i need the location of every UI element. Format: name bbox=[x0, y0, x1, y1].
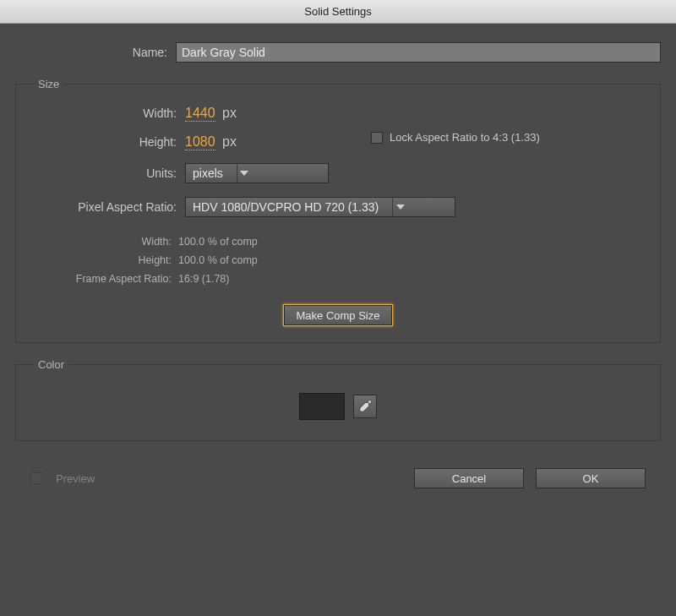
name-row: Name: bbox=[15, 42, 661, 63]
size-group: Size Width: 1440 px Height: 1080 px Unit… bbox=[15, 78, 661, 343]
lock-aspect-checkbox[interactable] bbox=[371, 132, 383, 144]
width-value[interactable]: 1440 bbox=[185, 106, 215, 122]
window-title: Solid Settings bbox=[304, 5, 372, 18]
preview-label: Preview bbox=[56, 472, 95, 485]
width-unit: px bbox=[222, 106, 237, 120]
preview-checkbox bbox=[30, 472, 42, 484]
color-legend: Color bbox=[33, 358, 69, 371]
height-label: Height: bbox=[35, 135, 178, 149]
info-far-value: 16:9 (1.78) bbox=[178, 270, 229, 288]
cancel-button[interactable]: Cancel bbox=[414, 468, 524, 488]
units-value: pixels bbox=[193, 166, 232, 180]
eyedropper-button[interactable] bbox=[353, 395, 377, 418]
ok-label: OK bbox=[583, 472, 599, 485]
dialog-body: Name: Size Width: 1440 px Height: 1080 p… bbox=[0, 24, 676, 504]
name-label: Name: bbox=[15, 46, 176, 59]
par-value: HDV 1080/DVCPRO HD 720 (1.33) bbox=[193, 200, 387, 214]
info-height-label: Height: bbox=[40, 251, 178, 270]
height-value[interactable]: 1080 bbox=[185, 134, 215, 150]
units-label: Units: bbox=[35, 166, 178, 180]
cancel-label: Cancel bbox=[452, 472, 486, 485]
height-unit: px bbox=[222, 134, 237, 149]
ok-button[interactable]: OK bbox=[536, 468, 646, 488]
eyedropper-icon bbox=[358, 400, 372, 413]
width-value-cell: 1440 px bbox=[185, 106, 641, 121]
info-far-label: Frame Aspect Ratio: bbox=[40, 270, 178, 288]
units-select[interactable]: pixels bbox=[185, 163, 329, 183]
info-width-label: Width: bbox=[40, 232, 178, 251]
par-select[interactable]: HDV 1080/DVCPRO HD 720 (1.33) bbox=[185, 197, 455, 217]
make-comp-size-label: Make Comp Size bbox=[297, 309, 380, 322]
size-legend: Size bbox=[33, 78, 64, 90]
width-label: Width: bbox=[35, 106, 178, 120]
lock-aspect-label: Lock Aspect Ratio to 4:3 (1.33) bbox=[390, 131, 540, 144]
preview-row: Preview bbox=[30, 472, 95, 485]
info-width-value: 100.0 % of comp bbox=[178, 232, 258, 251]
lock-aspect-row: Lock Aspect Ratio to 4:3 (1.33) bbox=[371, 131, 540, 144]
size-info: Width: 100.0 % of comp Height: 100.0 % o… bbox=[40, 232, 641, 288]
info-height-value: 100.0 % of comp bbox=[178, 251, 258, 270]
make-comp-size-button[interactable]: Make Comp Size bbox=[284, 305, 393, 325]
titlebar: Solid Settings bbox=[0, 0, 676, 24]
color-swatch[interactable] bbox=[299, 393, 345, 420]
chevron-down-icon bbox=[392, 198, 407, 216]
par-label: Pixel Aspect Ratio: bbox=[35, 200, 178, 214]
svg-rect-0 bbox=[368, 401, 372, 404]
dialog-footer: Preview Cancel OK bbox=[15, 456, 661, 488]
color-group: Color bbox=[15, 358, 661, 441]
name-input[interactable] bbox=[176, 42, 661, 63]
chevron-down-icon bbox=[237, 164, 252, 183]
